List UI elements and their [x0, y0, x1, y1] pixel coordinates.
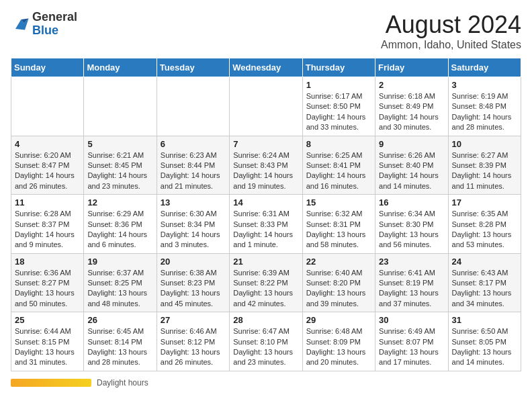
day-number: 8 [306, 139, 371, 149]
day-info: Sunrise: 6:23 AM Sunset: 8:44 PM Dayligh… [161, 150, 226, 192]
table-row: 17Sunrise: 6:35 AM Sunset: 8:28 PM Dayli… [448, 195, 521, 254]
table-row: 15Sunrise: 6:32 AM Sunset: 8:31 PM Dayli… [302, 195, 375, 254]
col-saturday: Saturday [448, 58, 521, 77]
table-row: 12Sunrise: 6:29 AM Sunset: 8:36 PM Dayli… [84, 195, 157, 254]
day-number: 26 [87, 315, 152, 325]
calendar-header-row: Sunday Monday Tuesday Wednesday Thursday… [11, 58, 521, 77]
day-number: 20 [161, 257, 226, 267]
calendar-week-row: 18Sunrise: 6:36 AM Sunset: 8:27 PM Dayli… [11, 253, 521, 312]
day-number: 6 [161, 139, 226, 149]
table-row [157, 77, 229, 136]
day-info: Sunrise: 6:47 AM Sunset: 8:10 PM Dayligh… [233, 326, 298, 368]
day-info: Sunrise: 6:32 AM Sunset: 8:31 PM Dayligh… [306, 209, 371, 250]
day-number: 21 [233, 257, 298, 267]
day-info: Sunrise: 6:20 AM Sunset: 8:47 PM Dayligh… [15, 150, 80, 192]
table-row [230, 77, 302, 136]
day-info: Sunrise: 6:45 AM Sunset: 8:14 PM Dayligh… [87, 326, 152, 368]
day-info: Sunrise: 6:26 AM Sunset: 8:40 PM Dayligh… [379, 150, 444, 192]
day-info: Sunrise: 6:44 AM Sunset: 8:15 PM Dayligh… [15, 326, 80, 368]
col-tuesday: Tuesday [157, 58, 229, 77]
table-row: 1Sunrise: 6:17 AM Sunset: 8:50 PM Daylig… [302, 77, 375, 136]
day-number: 22 [306, 257, 371, 267]
day-number: 25 [15, 315, 80, 325]
day-number: 30 [379, 315, 444, 325]
day-number: 9 [379, 139, 444, 149]
calendar-title: August 2024 [381, 11, 521, 39]
day-number: 17 [452, 197, 517, 208]
day-number: 2 [379, 80, 444, 90]
day-info: Sunrise: 6:21 AM Sunset: 8:45 PM Dayligh… [87, 150, 152, 192]
calendar-week-row: 11Sunrise: 6:28 AM Sunset: 8:37 PM Dayli… [11, 195, 521, 254]
col-monday: Monday [84, 58, 157, 77]
table-row: 8Sunrise: 6:25 AM Sunset: 8:41 PM Daylig… [302, 136, 375, 195]
day-info: Sunrise: 6:50 AM Sunset: 8:05 PM Dayligh… [452, 326, 517, 368]
table-row: 23Sunrise: 6:41 AM Sunset: 8:19 PM Dayli… [375, 253, 448, 312]
col-friday: Friday [375, 58, 448, 77]
day-number: 24 [452, 257, 517, 267]
day-info: Sunrise: 6:38 AM Sunset: 8:23 PM Dayligh… [161, 268, 226, 310]
table-row: 13Sunrise: 6:30 AM Sunset: 8:34 PM Dayli… [157, 195, 229, 254]
day-info: Sunrise: 6:48 AM Sunset: 8:09 PM Dayligh… [306, 326, 371, 368]
day-info: Sunrise: 6:24 AM Sunset: 8:43 PM Dayligh… [233, 150, 298, 192]
day-info: Sunrise: 6:34 AM Sunset: 8:30 PM Dayligh… [379, 209, 444, 250]
table-row: 11Sunrise: 6:28 AM Sunset: 8:37 PM Dayli… [11, 195, 84, 254]
calendar-week-row: 1Sunrise: 6:17 AM Sunset: 8:50 PM Daylig… [11, 77, 521, 136]
day-info: Sunrise: 6:17 AM Sunset: 8:50 PM Dayligh… [306, 91, 371, 133]
table-row [84, 77, 157, 136]
table-row: 14Sunrise: 6:31 AM Sunset: 8:33 PM Dayli… [230, 195, 302, 254]
table-row: 31Sunrise: 6:50 AM Sunset: 8:05 PM Dayli… [448, 312, 521, 371]
table-row: 20Sunrise: 6:38 AM Sunset: 8:23 PM Dayli… [157, 253, 229, 312]
day-info: Sunrise: 6:41 AM Sunset: 8:19 PM Dayligh… [379, 268, 444, 310]
table-row: 27Sunrise: 6:46 AM Sunset: 8:12 PM Dayli… [157, 312, 229, 371]
day-info: Sunrise: 6:18 AM Sunset: 8:49 PM Dayligh… [379, 91, 444, 133]
day-info: Sunrise: 6:19 AM Sunset: 8:48 PM Dayligh… [452, 91, 517, 133]
day-number: 4 [15, 139, 80, 149]
table-row: 22Sunrise: 6:40 AM Sunset: 8:20 PM Dayli… [302, 253, 375, 312]
calendar-subtitle: Ammon, Idaho, United States [381, 39, 521, 51]
day-number: 27 [161, 315, 226, 325]
day-number: 14 [233, 197, 298, 208]
day-number: 1 [306, 80, 371, 90]
calendar-week-row: 4Sunrise: 6:20 AM Sunset: 8:47 PM Daylig… [11, 136, 521, 195]
day-info: Sunrise: 6:39 AM Sunset: 8:22 PM Dayligh… [233, 268, 298, 310]
day-number: 23 [379, 257, 444, 267]
table-row: 18Sunrise: 6:36 AM Sunset: 8:27 PM Dayli… [11, 253, 84, 312]
table-row: 28Sunrise: 6:47 AM Sunset: 8:10 PM Dayli… [230, 312, 302, 371]
day-number: 5 [87, 139, 152, 149]
day-info: Sunrise: 6:29 AM Sunset: 8:36 PM Dayligh… [87, 209, 152, 250]
day-number: 31 [452, 315, 517, 325]
col-thursday: Thursday [302, 58, 375, 77]
title-block: August 2024 Ammon, Idaho, United States [381, 11, 521, 51]
day-number: 28 [233, 315, 298, 325]
calendar-week-row: 25Sunrise: 6:44 AM Sunset: 8:15 PM Dayli… [11, 312, 521, 371]
day-info: Sunrise: 6:27 AM Sunset: 8:39 PM Dayligh… [452, 150, 517, 192]
logo-text: General Blue [32, 11, 77, 38]
day-number: 13 [161, 197, 226, 208]
day-info: Sunrise: 6:40 AM Sunset: 8:20 PM Dayligh… [306, 268, 371, 310]
day-info: Sunrise: 6:43 AM Sunset: 8:17 PM Dayligh… [452, 268, 517, 310]
daylight-label: Daylight hours [97, 378, 148, 387]
col-wednesday: Wednesday [230, 58, 302, 77]
table-row: 30Sunrise: 6:49 AM Sunset: 8:07 PM Dayli… [375, 312, 448, 371]
day-info: Sunrise: 6:49 AM Sunset: 8:07 PM Dayligh… [379, 326, 444, 368]
table-row: 16Sunrise: 6:34 AM Sunset: 8:30 PM Dayli… [375, 195, 448, 254]
day-info: Sunrise: 6:30 AM Sunset: 8:34 PM Dayligh… [161, 209, 226, 250]
calendar-footer: Daylight hours [11, 378, 521, 387]
day-number: 11 [15, 197, 80, 208]
table-row [11, 77, 84, 136]
logo: General Blue [11, 11, 77, 38]
day-info: Sunrise: 6:31 AM Sunset: 8:33 PM Dayligh… [233, 209, 298, 250]
table-row: 25Sunrise: 6:44 AM Sunset: 8:15 PM Dayli… [11, 312, 84, 371]
table-row: 6Sunrise: 6:23 AM Sunset: 8:44 PM Daylig… [157, 136, 229, 195]
day-info: Sunrise: 6:46 AM Sunset: 8:12 PM Dayligh… [161, 326, 226, 368]
table-row: 9Sunrise: 6:26 AM Sunset: 8:40 PM Daylig… [375, 136, 448, 195]
table-row: 4Sunrise: 6:20 AM Sunset: 8:47 PM Daylig… [11, 136, 84, 195]
col-sunday: Sunday [11, 58, 84, 77]
table-row: 29Sunrise: 6:48 AM Sunset: 8:09 PM Dayli… [302, 312, 375, 371]
day-number: 18 [15, 257, 80, 267]
day-info: Sunrise: 6:37 AM Sunset: 8:25 PM Dayligh… [87, 268, 152, 310]
day-number: 15 [306, 197, 371, 208]
table-row: 19Sunrise: 6:37 AM Sunset: 8:25 PM Dayli… [84, 253, 157, 312]
day-number: 12 [87, 197, 152, 208]
page-header: General Blue August 2024 Ammon, Idaho, U… [11, 11, 521, 51]
